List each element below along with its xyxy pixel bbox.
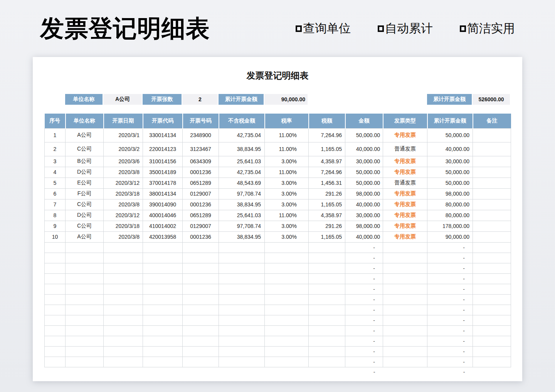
table-cell[interactable] <box>473 315 511 325</box>
table-cell[interactable]: 40,000.00 <box>345 231 383 242</box>
table-cell[interactable]: - <box>345 253 383 263</box>
table-cell[interactable]: 50,000.00 <box>345 128 383 142</box>
table-cell[interactable] <box>45 242 66 253</box>
table-cell[interactable]: 0001236 <box>183 199 219 210</box>
table-cell[interactable]: - <box>345 336 383 346</box>
table-cell[interactable]: 2020/3/18 <box>104 188 143 199</box>
table-cell[interactable] <box>309 273 345 284</box>
table-cell[interactable]: 90,000.00 <box>427 231 473 242</box>
table-cell[interactable] <box>473 253 511 263</box>
table-cell[interactable]: 普通发票 <box>383 142 427 156</box>
table-cell[interactable]: 310014156 <box>143 156 183 167</box>
table-cell[interactable] <box>45 284 66 294</box>
table-cell[interactable] <box>265 367 309 377</box>
table-cell[interactable]: 2020/3/8 <box>104 167 143 178</box>
table-cell[interactable] <box>265 357 309 367</box>
table-cell[interactable]: 专用发票 <box>383 167 427 178</box>
table-cell[interactable] <box>143 367 183 377</box>
table-cell[interactable]: 50,000.00 <box>345 178 383 188</box>
table-cell[interactable]: 0634309 <box>183 156 219 167</box>
table-cell[interactable] <box>473 188 511 199</box>
table-cell[interactable] <box>219 294 265 305</box>
table-cell[interactable]: 2 <box>45 142 66 156</box>
table-cell[interactable]: 2020/3/12 <box>104 178 143 188</box>
table-cell[interactable]: 50,000.00 <box>345 167 383 178</box>
table-cell[interactable]: 420013958 <box>143 231 183 242</box>
table-cell[interactable] <box>45 325 66 336</box>
table-cell[interactable] <box>309 336 345 346</box>
table-cell[interactable] <box>143 263 183 273</box>
table-cell[interactable] <box>473 210 511 221</box>
table-cell[interactable]: - <box>427 336 473 346</box>
table-cell[interactable] <box>45 263 66 273</box>
table-cell[interactable]: 7,264.96 <box>309 128 345 142</box>
table-cell[interactable]: 42,735.04 <box>219 128 265 142</box>
table-cell[interactable] <box>383 346 427 357</box>
table-cell[interactable]: 9 <box>45 221 66 231</box>
table-cell[interactable] <box>309 305 345 315</box>
table-cell[interactable] <box>473 305 511 315</box>
table-cell[interactable] <box>383 294 427 305</box>
table-cell[interactable]: 97,708.74 <box>219 188 265 199</box>
table-cell[interactable]: A公司 <box>66 231 104 242</box>
table-cell[interactable] <box>143 284 183 294</box>
table-cell[interactable]: 专用发票 <box>383 231 427 242</box>
table-cell[interactable]: 2020/3/1 <box>104 128 143 142</box>
table-cell[interactable]: 50,000.00 <box>427 128 473 142</box>
table-cell[interactable] <box>45 346 66 357</box>
table-cell[interactable]: - <box>427 315 473 325</box>
table-cell[interactable]: 4,358.97 <box>309 210 345 221</box>
table-cell[interactable] <box>265 346 309 357</box>
table-cell[interactable]: 3.00% <box>265 199 309 210</box>
table-cell[interactable] <box>473 284 511 294</box>
table-cell[interactable] <box>183 367 219 377</box>
table-cell[interactable]: - <box>345 325 383 336</box>
table-cell[interactable] <box>104 336 143 346</box>
table-cell[interactable]: - <box>345 357 383 367</box>
table-cell[interactable] <box>143 305 183 315</box>
table-cell[interactable]: - <box>427 346 473 357</box>
table-cell[interactable] <box>265 294 309 305</box>
table-cell[interactable] <box>183 263 219 273</box>
table-cell[interactable] <box>66 253 104 263</box>
table-cell[interactable] <box>265 263 309 273</box>
table-cell[interactable]: 6 <box>45 188 66 199</box>
table-cell[interactable]: 3.00% <box>265 156 309 167</box>
table-cell[interactable]: 10 <box>45 231 66 242</box>
table-cell[interactable] <box>183 346 219 357</box>
table-cell[interactable]: 7 <box>45 199 66 210</box>
table-cell[interactable] <box>45 253 66 263</box>
table-cell[interactable] <box>309 315 345 325</box>
table-cell[interactable]: 98,000.00 <box>427 188 473 199</box>
table-cell[interactable]: 专用发票 <box>383 199 427 210</box>
table-cell[interactable]: 38,834.95 <box>219 142 265 156</box>
table-cell[interactable] <box>143 253 183 263</box>
table-cell[interactable] <box>265 336 309 346</box>
table-cell[interactable] <box>143 273 183 284</box>
table-cell[interactable]: 4 <box>45 167 66 178</box>
table-cell[interactable]: 3.00% <box>265 178 309 188</box>
table-cell[interactable] <box>219 346 265 357</box>
table-cell[interactable]: D公司 <box>66 210 104 221</box>
table-cell[interactable]: 0129007 <box>183 221 219 231</box>
table-cell[interactable]: - <box>427 273 473 284</box>
table-cell[interactable] <box>143 336 183 346</box>
table-cell[interactable] <box>383 273 427 284</box>
table-cell[interactable] <box>383 367 427 377</box>
table-cell[interactable]: - <box>345 305 383 315</box>
table-cell[interactable] <box>66 336 104 346</box>
table-cell[interactable] <box>383 253 427 263</box>
table-cell[interactable] <box>104 263 143 273</box>
table-cell[interactable]: 2020/3/2 <box>104 142 143 156</box>
table-cell[interactable]: 380014134 <box>143 188 183 199</box>
table-cell[interactable] <box>66 242 104 253</box>
table-cell[interactable]: 1,456.31 <box>309 178 345 188</box>
table-cell[interactable]: 专用发票 <box>383 156 427 167</box>
table-cell[interactable]: - <box>345 242 383 253</box>
table-cell[interactable]: 350014189 <box>143 167 183 178</box>
table-cell[interactable]: 1 <box>45 128 66 142</box>
table-cell[interactable]: 48,543.69 <box>219 178 265 188</box>
table-cell[interactable] <box>309 294 345 305</box>
table-cell[interactable]: 11.00% <box>265 142 309 156</box>
table-cell[interactable]: 1,165.05 <box>309 231 345 242</box>
